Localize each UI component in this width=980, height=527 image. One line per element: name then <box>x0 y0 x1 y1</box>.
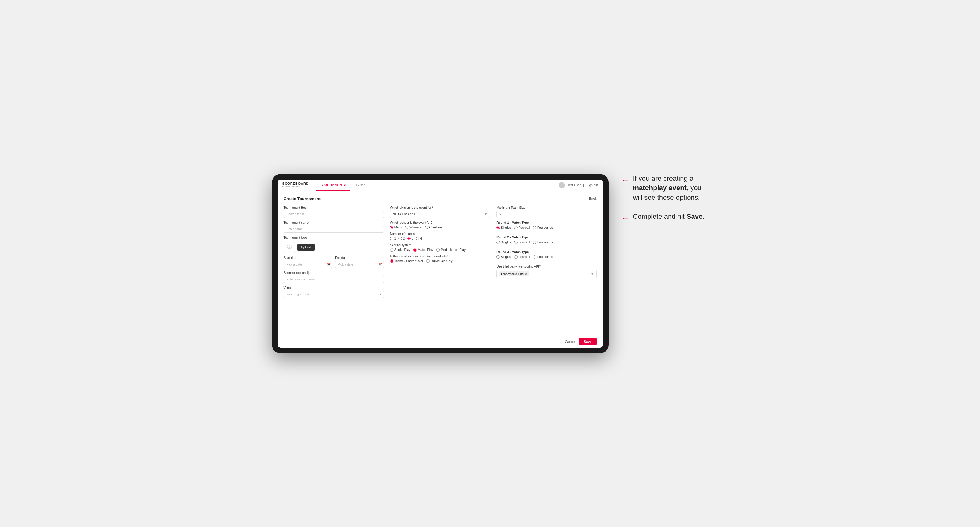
tournament-host-input[interactable] <box>284 211 384 218</box>
api-select-wrap[interactable]: Leaderboard King ✕ ▼ <box>496 270 597 278</box>
round1-foursomes-label: Foursomes <box>537 226 553 229</box>
round2-fourball-option[interactable]: Fourball <box>514 241 530 244</box>
left-column: Tournament Host Tournament name Tourname… <box>284 206 384 298</box>
round1-foursomes-radio[interactable] <box>533 226 536 229</box>
tournament-name-label: Tournament name <box>284 221 384 224</box>
round2-fourball-radio[interactable] <box>514 241 518 244</box>
round1-fourball-radio[interactable] <box>514 226 518 229</box>
division-group: Which division is the event for? NCAA Di… <box>390 206 490 218</box>
gender-combined-radio[interactable] <box>425 225 428 229</box>
round3-singles-radio[interactable] <box>496 255 500 259</box>
round3-radio-group: Singles Fourball Foursomes <box>496 255 597 259</box>
upload-button[interactable]: Upload <box>298 244 315 251</box>
scoring-medal-label: Medal Match Play <box>441 248 465 251</box>
round1-foursomes-option[interactable]: Foursomes <box>533 226 553 229</box>
tournament-name-input[interactable] <box>284 225 384 233</box>
tournament-host-label: Tournament Host <box>284 206 384 210</box>
rounds-1-radio[interactable] <box>390 237 393 240</box>
scoring-match-label: Match Play <box>418 248 433 251</box>
round3-fourball-option[interactable]: Fourball <box>514 255 530 259</box>
round1-singles-option[interactable]: Singles <box>496 226 511 229</box>
annotation-save: ← Complete and hit Save. <box>621 212 708 223</box>
tab-tournaments[interactable]: TOURNAMENTS <box>316 179 350 191</box>
back-button[interactable]: ← Back <box>585 197 597 200</box>
rounds-3-option[interactable]: 3 <box>407 237 414 240</box>
start-date-input[interactable] <box>284 261 333 268</box>
api-label: Use third-party live scoring API? <box>496 265 597 268</box>
annotations: ← If you are creating a matchplay event,… <box>621 174 708 223</box>
scoring-match-radio[interactable] <box>414 248 417 251</box>
rounds-2-option[interactable]: 2 <box>398 237 405 240</box>
gender-label: Which gender is the event for? <box>390 221 490 224</box>
form-title: Create Tournament <box>284 196 321 201</box>
rounds-1-option[interactable]: 1 <box>390 237 396 240</box>
teams-plus-radio[interactable] <box>390 259 393 263</box>
start-date-wrap: 📅 <box>284 261 333 268</box>
round3-foursomes-option[interactable]: Foursomes <box>533 255 553 259</box>
form-columns: Tournament Host Tournament name Tourname… <box>284 206 597 298</box>
annotation-text-1: If you are creating a matchplay event, y… <box>633 174 708 203</box>
scoring-medal-radio[interactable] <box>436 248 440 251</box>
scoring-stroke-radio[interactable] <box>390 248 393 251</box>
tab-teams[interactable]: TEAMS <box>350 179 369 191</box>
round1-fourball-option[interactable]: Fourball <box>514 226 530 229</box>
end-date-input[interactable] <box>335 261 384 268</box>
scoring-radio-group: Stroke Play Match Play Medal Match Play <box>390 248 490 251</box>
round3-foursomes-radio[interactable] <box>533 255 536 259</box>
venue-input[interactable] <box>284 291 384 298</box>
round1-singles-radio[interactable] <box>496 226 500 229</box>
cancel-button[interactable]: Cancel <box>565 340 576 343</box>
logo-upload-area: 🖼 Upload <box>284 242 384 253</box>
max-team-size-label: Maximum Team Size <box>496 206 597 210</box>
tablet-screen: SCOREBOARD Powered by clippit TOURNAMENT… <box>277 179 603 348</box>
round3-singles-option[interactable]: Singles <box>496 255 511 259</box>
gender-mens-option[interactable]: Mens <box>390 225 402 229</box>
rounds-4-radio[interactable] <box>416 237 419 240</box>
scoring-medal-option[interactable]: Medal Match Play <box>436 248 465 251</box>
round3-fourball-radio[interactable] <box>514 255 518 259</box>
sign-out-link[interactable]: Sign out <box>587 184 598 187</box>
rounds-4-option[interactable]: 4 <box>416 237 422 240</box>
round2-singles-radio[interactable] <box>496 241 500 244</box>
individuals-only-radio[interactable] <box>426 259 430 263</box>
round1-label: Round 1 - Match Type <box>496 221 597 224</box>
round3-foursomes-label: Foursomes <box>537 255 553 259</box>
round2-radio-group: Singles Fourball Foursomes <box>496 241 597 244</box>
tablet-device: SCOREBOARD Powered by clippit TOURNAMENT… <box>272 174 609 353</box>
end-date-group: End date 📅 <box>335 256 384 268</box>
gender-combined-option[interactable]: Combined <box>425 225 444 229</box>
api-tag: Leaderboard King ✕ <box>499 271 529 276</box>
main-content: Create Tournament ← Back Tournament Host… <box>277 191 603 335</box>
round3-fourball-label: Fourball <box>519 255 530 259</box>
sponsor-input[interactable] <box>284 276 384 283</box>
save-button[interactable]: Save <box>579 338 597 345</box>
gender-radio-group: Mens Womens Combined <box>390 225 490 229</box>
division-select[interactable]: NCAA Division I <box>390 211 490 218</box>
round2-singles-option[interactable]: Singles <box>496 241 511 244</box>
max-team-size-input[interactable] <box>496 211 515 218</box>
rounds-2-radio[interactable] <box>398 237 402 240</box>
gender-mens-radio[interactable] <box>390 225 393 229</box>
division-label: Which division is the event for? <box>390 206 490 210</box>
rounds-3-radio[interactable] <box>407 237 410 240</box>
round2-foursomes-option[interactable]: Foursomes <box>533 241 553 244</box>
calendar-icon-end: 📅 <box>379 263 382 266</box>
teams-plus-individuals-option[interactable]: Teams (+Individuals) <box>390 259 423 263</box>
tournament-host-group: Tournament Host <box>284 206 384 218</box>
scoring-stroke-option[interactable]: Stroke Play <box>390 248 410 251</box>
nav-right: Test User | Sign out <box>559 182 598 188</box>
scoring-match-option[interactable]: Match Play <box>414 248 433 251</box>
teams-plus-label: Teams (+Individuals) <box>395 259 423 263</box>
round1-singles-label: Singles <box>501 226 511 229</box>
individuals-only-option[interactable]: Individuals Only <box>426 259 453 263</box>
gender-womens-option[interactable]: Womens <box>405 225 422 229</box>
bottom-bar: Cancel Save <box>277 335 603 348</box>
round1-match-type: Round 1 - Match Type Singles Fourball <box>496 221 597 229</box>
api-tag-close[interactable]: ✕ <box>525 272 527 276</box>
gender-womens-radio[interactable] <box>405 225 409 229</box>
sponsor-label: Sponsor (optional) <box>284 271 384 275</box>
round2-foursomes-radio[interactable] <box>533 241 536 244</box>
sponsor-group: Sponsor (optional) <box>284 271 384 283</box>
rounds-4-label: 4 <box>420 237 422 240</box>
rounds-2-label: 2 <box>403 237 405 240</box>
